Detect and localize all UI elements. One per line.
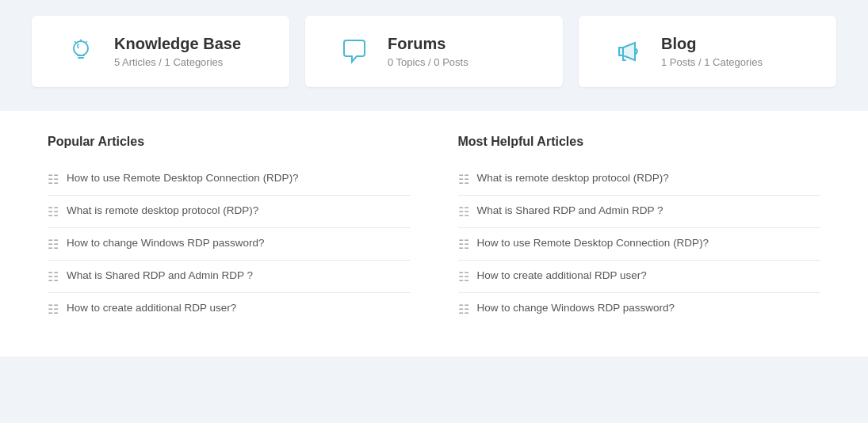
- document-icon: ☷: [458, 237, 469, 252]
- article-title: How to create additional RDP user?: [477, 269, 647, 284]
- document-icon: ☷: [48, 204, 59, 219]
- document-icon: ☷: [48, 269, 59, 284]
- article-title: How to create additional RDP user?: [67, 301, 236, 316]
- list-item[interactable]: ☷ How to create additional RDP user?: [48, 293, 411, 325]
- chat-icon: [337, 36, 372, 67]
- document-icon: ☷: [458, 204, 469, 219]
- bottom-section: Popular Articles ☷ How to use Remote Des…: [0, 111, 868, 356]
- svg-point-0: [74, 41, 88, 55]
- list-item[interactable]: ☷ How to change Windows RDP password?: [48, 228, 411, 261]
- document-icon: ☷: [458, 269, 469, 284]
- article-title: What is Shared RDP and Admin RDP ?: [477, 204, 663, 219]
- document-icon: ☷: [48, 237, 59, 252]
- knowledge-base-card[interactable]: Knowledge Base 5 Articles / 1 Categories: [32, 16, 289, 87]
- document-icon: ☷: [48, 302, 59, 317]
- bulb-icon: [63, 36, 98, 67]
- cards-row: Knowledge Base 5 Articles / 1 Categories…: [32, 16, 836, 87]
- list-item[interactable]: ☷ What is Shared RDP and Admin RDP ?: [458, 196, 821, 228]
- forums-subtitle: 0 Topics / 0 Posts: [388, 56, 468, 68]
- article-title: What is remote desktop protocol (RDP)?: [477, 171, 669, 186]
- popular-articles-heading: Popular Articles: [48, 135, 411, 149]
- blog-text: Blog 1 Posts / 1 Categories: [661, 35, 763, 68]
- forums-card[interactable]: Forums 0 Topics / 0 Posts: [305, 16, 563, 87]
- document-icon: ☷: [458, 302, 469, 317]
- forums-text: Forums 0 Topics / 0 Posts: [388, 35, 468, 68]
- document-icon: ☷: [48, 172, 59, 187]
- article-title: How to use Remote Desktop Connection (RD…: [477, 236, 709, 251]
- popular-articles-col: Popular Articles ☷ How to use Remote Des…: [48, 135, 411, 325]
- helpful-articles-col: Most Helpful Articles ☷ What is remote d…: [458, 135, 821, 325]
- megaphone-icon: [610, 36, 645, 67]
- forums-title: Forums: [388, 35, 468, 53]
- list-item[interactable]: ☷ How to change Windows RDP password?: [458, 293, 821, 325]
- list-item[interactable]: ☷ How to use Remote Desktop Connection (…: [458, 228, 821, 261]
- article-title: What is remote desktop protocol (RDP)?: [67, 204, 258, 219]
- list-item[interactable]: ☷ What is remote desktop protocol (RDP)?: [48, 196, 411, 228]
- document-icon: ☷: [458, 172, 469, 187]
- article-title: What is Shared RDP and Admin RDP ?: [67, 269, 253, 284]
- knowledge-base-text: Knowledge Base 5 Articles / 1 Categories: [114, 35, 241, 68]
- helpful-articles-heading: Most Helpful Articles: [458, 135, 821, 149]
- list-item[interactable]: ☷ What is Shared RDP and Admin RDP ?: [48, 261, 411, 293]
- list-item[interactable]: ☷ What is remote desktop protocol (RDP)?: [458, 163, 821, 196]
- article-title: How to change Windows RDP password?: [67, 236, 265, 251]
- list-item[interactable]: ☷ How to create additional RDP user?: [458, 261, 821, 293]
- knowledge-base-subtitle: 5 Articles / 1 Categories: [114, 56, 241, 68]
- blog-title: Blog: [661, 35, 763, 53]
- article-title: How to use Remote Desktop Connection (RD…: [67, 171, 299, 186]
- article-title: How to change Windows RDP password?: [477, 301, 675, 316]
- blog-subtitle: 1 Posts / 1 Categories: [661, 56, 763, 68]
- knowledge-base-title: Knowledge Base: [114, 35, 241, 53]
- articles-row: Popular Articles ☷ How to use Remote Des…: [48, 135, 820, 325]
- blog-card[interactable]: Blog 1 Posts / 1 Categories: [579, 16, 836, 87]
- list-item[interactable]: ☷ How to use Remote Desktop Connection (…: [48, 163, 411, 196]
